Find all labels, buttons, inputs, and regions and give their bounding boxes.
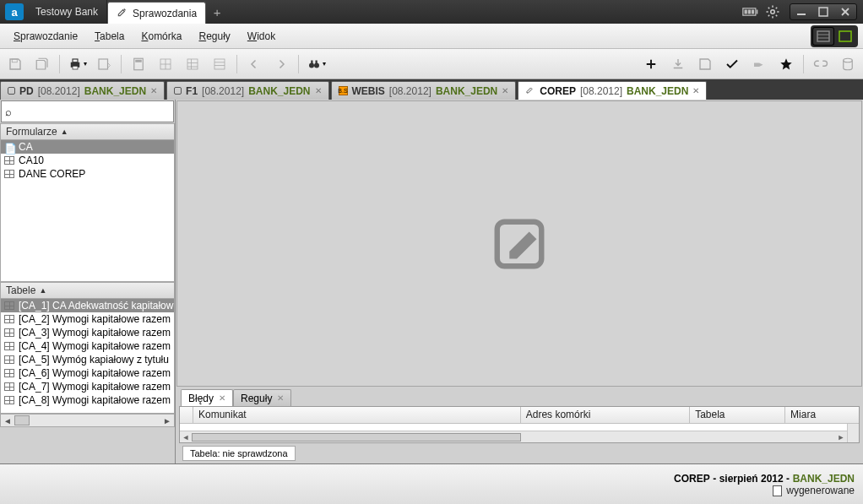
col-tabela[interactable]: Tabela [690,407,785,423]
db-icon[interactable] [838,54,858,74]
panel-tabele-header[interactable]: Tabele▲ [0,282,175,299]
tab-bledy[interactable]: Błędy✕ [181,389,233,406]
gear-icon[interactable] [763,3,782,21]
menu-widok[interactable]: Widok [239,27,284,46]
list-item[interactable]: [CA_4] Wymogi kapitałowe razem [1,339,174,353]
menu-sprawozdanie[interactable]: Sprawozdanie [5,27,86,46]
messages-grid: Komunikat Adres komórki Tabela Miara ◄ ► [179,406,860,443]
star-icon[interactable] [776,54,796,74]
close-icon[interactable]: ✕ [150,86,157,95]
footer-status: wygenerowane [773,485,855,496]
svg-point-29 [309,62,314,68]
list-item-label: [CA_3] Wymogi kapitałowe razem [19,327,171,339]
close-icon[interactable]: ✕ [219,393,225,403]
menu-tabela[interactable]: Tabela [86,27,133,46]
download-icon[interactable] [668,54,688,74]
save-multi-icon[interactable] [32,54,52,74]
tabele-list: [CA_1] CA Adekwatność kapitałow [CA_2] W… [0,299,175,414]
plus-icon[interactable] [641,54,661,74]
scroll-thumb[interactable] [14,415,30,425]
col-adres[interactable]: Adres komórki [521,407,690,423]
grid-icon [4,382,14,391]
scroll-right-icon[interactable]: ► [160,416,174,425]
prev-icon[interactable] [244,54,264,74]
svg-rect-15 [73,66,78,69]
panel-formularze-header[interactable]: Formularze▲ [0,123,175,140]
title-tab-sprawozdania[interactable]: Sprawozdania [107,2,206,24]
search-input[interactable]: ⌕ [1,100,174,122]
window-controls [784,0,863,24]
grid-icon [4,342,14,350]
binoculars-icon[interactable]: ▾ [306,54,326,74]
footer-title: COREP - sierpień 2012 - BANK_JEDN [674,472,855,485]
maximize-button[interactable] [812,4,834,19]
list-item[interactable]: DANE COREP [1,167,174,181]
sidebar: ⌕ Formularze▲ 📄CA CA10 DANE COREP Tabele… [0,100,176,463]
grid-header: Komunikat Adres komórki Tabela Miara [180,407,859,424]
tag-icon[interactable] [749,54,769,74]
scroll-left-icon[interactable]: ◄ [180,433,192,442]
doc-tab-pd[interactable]: PD [08.2012] BANK_JEDN ✕ [0,81,165,100]
save2-icon[interactable] [695,54,715,74]
body: ⌕ Formularze▲ 📄CA CA10 DANE COREP Tabele… [0,100,863,463]
title-tab-sprawozdania-label: Sprawozdania [133,8,197,19]
minimize-button[interactable] [790,4,812,19]
view-toggle-form[interactable] [834,27,856,46]
list-item[interactable]: [CA_8] Wymogi kapitałowe razem [1,393,174,407]
close-button[interactable] [834,4,856,19]
list-item[interactable]: [CA_7] Wymogi kapitałowe razem [1,380,174,393]
list-item[interactable]: [CA_6] Wymogi kapitałowe razem [1,366,174,380]
list-item-label: [CA_7] Wymogi kapitałowe razem [19,381,171,393]
title-tab-bank[interactable]: Testowy Bank [27,0,107,24]
grid-h-scrollbar[interactable]: ◄ ► [180,431,847,442]
close-icon[interactable]: ✕ [277,393,284,403]
check-icon[interactable] [722,54,742,74]
battery-icon[interactable] [741,3,760,21]
title-tab-bank-label: Testowy Bank [35,6,98,18]
col-komunikat[interactable]: Komunikat [193,407,521,423]
close-icon[interactable]: ✕ [692,86,699,95]
tab-reguly[interactable]: Reguły✕ [233,389,291,406]
calc-icon[interactable] [128,54,149,74]
table-status-chip: Tabela: nie sprawdzona [182,446,296,461]
export-icon[interactable] [94,54,114,74]
view-toggle-grid[interactable] [812,27,834,46]
doc-tab-f1[interactable]: F1 [08.2012] BANK_JEDN ✕ [166,81,328,100]
save-icon[interactable] [5,54,25,74]
list-item[interactable]: CA10 [1,154,174,167]
scroll-left-icon[interactable]: ◄ [1,416,14,425]
menu-komorka[interactable]: Komórka [133,27,190,46]
close-icon[interactable]: ✕ [315,86,322,95]
menu-reguly[interactable]: Reguły [190,27,238,46]
list-item[interactable]: [CA_1] CA Adekwatność kapitałow [1,299,174,312]
doc-tab-type: BANK_JEDN [436,85,497,97]
scroll-right-icon[interactable]: ► [835,433,847,442]
link-icon[interactable] [811,54,831,74]
box-icon [174,87,182,95]
sidebar-scrollbar[interactable]: ◄ ► [0,414,175,427]
col-miara[interactable]: Miara [785,407,859,423]
doc-tab-corep[interactable]: COREP [08.2012] BANK_JEDN ✕ [518,81,707,100]
next-icon[interactable] [271,54,291,74]
grid3-icon[interactable] [209,54,230,74]
print-icon[interactable]: ▾ [67,54,87,74]
grid-icon[interactable] [155,54,176,74]
doc-tab-date: [08.2012] [580,85,622,97]
doc-tab-date: [08.2012] [38,85,80,97]
list-item[interactable]: [CA_5] Wymóg kapiałowy z tytułu [1,353,174,366]
grid-v-scrollbar[interactable] [847,424,859,442]
list-item[interactable]: [CA_2] Wymogi kapitałowe razem [1,312,174,326]
doc-tab-webis[interactable]: B.S WEBIS [08.2012] BANK_JEDN ✕ [331,81,517,100]
empty-canvas [176,100,862,387]
list-item-label: [CA_6] Wymogi kapitałowe razem [19,367,171,379]
list-item[interactable]: [CA_3] Wymogi kapitałowe razem [1,326,174,339]
list-item[interactable]: 📄CA [1,140,174,154]
close-icon[interactable]: ✕ [502,86,508,95]
doc-tab-code: PD [19,85,34,97]
scroll-thumb[interactable] [192,433,521,442]
svg-rect-2 [745,10,747,14]
menubar: Sprawozdanie Tabela Komórka Reguły Widok [0,24,863,49]
grid2-icon[interactable] [182,54,203,74]
add-tab-button[interactable]: + [206,0,228,24]
doc-tab-date: [08.2012] [389,85,432,97]
